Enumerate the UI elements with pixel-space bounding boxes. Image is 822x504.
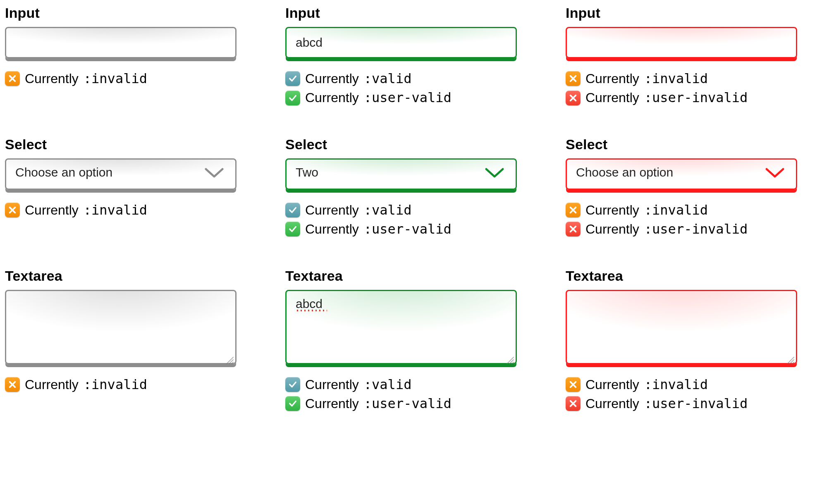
check-icon [285, 396, 300, 411]
status-prefix: Currently [305, 69, 359, 88]
status-prefix: Currently [305, 394, 359, 413]
check-icon [285, 203, 300, 217]
status-prefix: Currently [305, 375, 359, 394]
check-icon [285, 71, 300, 86]
select-wrap: Choose an option [566, 158, 797, 190]
cross-icon [566, 396, 581, 411]
cell-textarea-user-invalid: Textarea Currently :invalid Currently :u… [566, 268, 817, 413]
text-input-user-invalid[interactable] [566, 27, 797, 58]
cell-select-valid: Select Two Currently :valid Currently :u… [285, 136, 537, 239]
status-user-invalid: Currently :user-invalid [566, 220, 817, 239]
status-prefix: Currently [25, 375, 79, 394]
pseudo-invalid: :invalid [84, 69, 147, 88]
textarea-wrap [5, 290, 237, 364]
status-prefix: Currently [305, 220, 359, 239]
status-group: Currently :invalid [5, 69, 256, 88]
check-icon [285, 222, 300, 236]
status-prefix: Currently [585, 375, 639, 394]
select-wrap: Choose an option [5, 158, 237, 190]
label-textarea: Textarea [285, 268, 537, 284]
status-invalid: Currently :invalid [566, 201, 817, 220]
cross-icon [566, 377, 581, 392]
cross-icon [566, 71, 581, 86]
status-group: Currently :valid Currently :user-valid [285, 201, 537, 239]
select-user-invalid[interactable]: Choose an option [566, 158, 797, 190]
label-input: Input [5, 5, 256, 21]
status-prefix: Currently [25, 69, 79, 88]
status-invalid: Currently :invalid [5, 375, 256, 394]
status-valid: Currently :valid [285, 69, 537, 88]
text-input-valid[interactable] [285, 27, 517, 58]
status-invalid: Currently :invalid [5, 201, 256, 220]
pseudo-invalid: :invalid [84, 375, 147, 394]
select-default[interactable]: Choose an option [5, 158, 237, 190]
status-group: Currently :invalid [5, 375, 256, 394]
label-input: Input [285, 5, 537, 21]
cross-icon [566, 222, 581, 236]
pseudo-user-invalid: :user-invalid [644, 394, 748, 413]
status-group: Currently :valid Currently :user-valid [285, 69, 537, 107]
status-user-valid: Currently :user-valid [285, 394, 537, 413]
label-select: Select [285, 136, 537, 153]
status-prefix: Currently [585, 69, 639, 88]
cell-select-default: Select Choose an option Currently :inval… [5, 136, 256, 239]
status-valid: Currently :valid [285, 375, 537, 394]
cell-select-user-invalid: Select Choose an option Currently :inval… [566, 136, 817, 239]
cell-input-default: Input Currently :invalid [5, 5, 256, 107]
status-group: Currently :valid Currently :user-valid [285, 375, 537, 413]
status-invalid: Currently :invalid [566, 375, 817, 394]
status-group: Currently :invalid Currently :user-inval… [566, 69, 817, 107]
status-group: Currently :invalid Currently :user-inval… [566, 375, 817, 413]
status-prefix: Currently [25, 201, 79, 220]
pseudo-user-valid: :user-valid [364, 88, 452, 107]
textarea-user-invalid[interactable] [566, 290, 797, 364]
pseudo-valid: :valid [364, 375, 412, 394]
pseudo-valid: :valid [364, 201, 412, 220]
status-prefix: Currently [585, 201, 639, 220]
pseudo-valid: :valid [364, 69, 412, 88]
pseudo-invalid: :invalid [644, 201, 708, 220]
status-prefix: Currently [585, 88, 639, 107]
pseudo-invalid: :invalid [644, 69, 708, 88]
pseudo-user-invalid: :user-invalid [644, 88, 748, 107]
check-icon [285, 377, 300, 392]
status-user-invalid: Currently :user-invalid [566, 394, 817, 413]
status-prefix: Currently [585, 394, 639, 413]
label-input: Input [566, 5, 817, 21]
status-invalid: Currently :invalid [566, 69, 817, 88]
cross-icon [5, 71, 20, 86]
cross-icon [5, 377, 20, 392]
cell-input-valid: Input Currently :valid Currently :user-v… [285, 5, 537, 107]
select-wrap: Two [285, 158, 517, 190]
textarea-default[interactable] [5, 290, 237, 364]
status-group: Currently :invalid [5, 201, 256, 220]
check-icon [285, 91, 300, 105]
cross-icon [566, 91, 581, 105]
cross-icon [566, 203, 581, 217]
status-invalid: Currently :invalid [5, 69, 256, 88]
cell-textarea-default: Textarea Currently :invalid [5, 268, 256, 413]
textarea-wrap [285, 290, 517, 364]
label-select: Select [566, 136, 817, 153]
label-select: Select [5, 136, 256, 153]
cross-icon [5, 203, 20, 217]
textarea-wrap [566, 290, 797, 364]
status-user-valid: Currently :user-valid [285, 220, 537, 239]
status-prefix: Currently [585, 220, 639, 239]
text-input-default[interactable] [5, 27, 237, 58]
status-prefix: Currently [305, 88, 359, 107]
select-valid[interactable]: Two [285, 158, 517, 190]
pseudo-invalid: :invalid [84, 201, 147, 220]
pseudo-invalid: :invalid [644, 375, 708, 394]
cell-textarea-valid: Textarea Currently :valid Currently : [285, 268, 537, 413]
cell-input-user-invalid: Input Currently :invalid Currently :user… [566, 5, 817, 107]
label-textarea: Textarea [5, 268, 256, 284]
pseudo-user-valid: :user-valid [364, 394, 452, 413]
label-textarea: Textarea [566, 268, 817, 284]
status-user-valid: Currently :user-valid [285, 88, 537, 107]
pseudo-user-valid: :user-valid [364, 220, 452, 239]
status-prefix: Currently [305, 201, 359, 220]
status-group: Currently :invalid Currently :user-inval… [566, 201, 817, 239]
textarea-valid[interactable] [285, 290, 517, 364]
pseudo-user-invalid: :user-invalid [644, 220, 748, 239]
